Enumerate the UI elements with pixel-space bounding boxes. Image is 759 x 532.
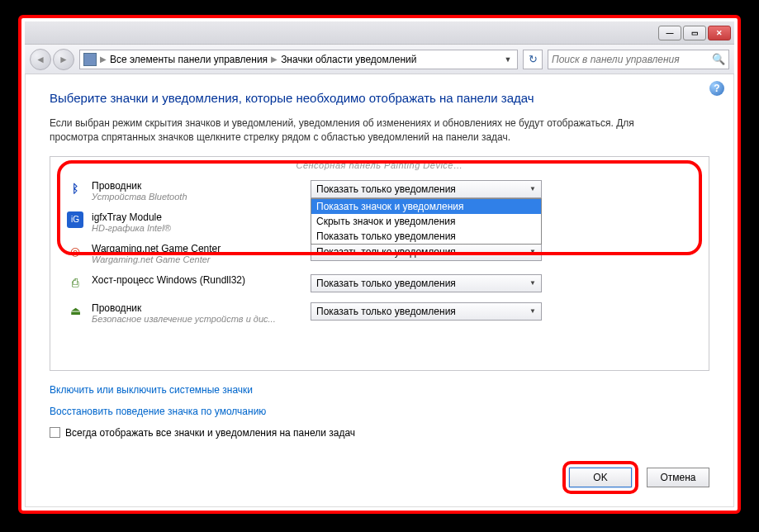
minimize-button[interactable]: — bbox=[658, 26, 681, 40]
item-subtitle: HD-графика Intel® bbox=[92, 223, 302, 233]
item-subtitle: Безопасное извлечение устройств и дис... bbox=[92, 314, 302, 324]
breadcrumb-item[interactable]: Все элементы панели управления bbox=[110, 54, 268, 65]
item-subtitle: Wargaming.net Game Center bbox=[92, 254, 302, 264]
dropdown-option[interactable]: Показать только уведомления bbox=[311, 229, 541, 244]
item-title: Wargaming.net Game Center bbox=[92, 243, 302, 254]
always-show-checkbox-row[interactable]: Всегда отображать все значки и уведомлен… bbox=[50, 427, 709, 439]
nav-bar: ◄ ► ▶ Все элементы панели управления ▶ З… bbox=[25, 45, 734, 74]
dropdown-option[interactable]: Скрыть значок и уведомления bbox=[311, 214, 541, 229]
search-icon: 🔍 bbox=[712, 53, 725, 66]
bluetooth-icon: ᛒ bbox=[67, 180, 83, 197]
breadcrumb-item[interactable]: Значки области уведомлений bbox=[281, 54, 416, 65]
maximize-button[interactable]: ▭ bbox=[683, 26, 706, 40]
chevron-right-icon: ▶ bbox=[100, 55, 107, 64]
behavior-select[interactable]: Показать только уведомления bbox=[311, 180, 542, 198]
button-bar: OK Отмена bbox=[25, 453, 734, 507]
ok-button[interactable]: OK bbox=[569, 468, 632, 487]
close-button[interactable]: ✕ bbox=[708, 26, 731, 40]
system-icons-link[interactable]: Включить или выключить системные значки bbox=[50, 384, 709, 396]
behavior-dropdown: Показать значок и уведомления Скрыть зна… bbox=[311, 198, 542, 245]
annotation-highlight: OK bbox=[562, 461, 638, 494]
cancel-button[interactable]: Отмена bbox=[647, 468, 709, 487]
forward-button[interactable]: ► bbox=[53, 49, 74, 70]
behavior-select[interactable]: Показать только уведомления bbox=[311, 274, 542, 292]
intel-icon: iG bbox=[67, 211, 83, 228]
item-title: igfxTray Module bbox=[92, 211, 302, 223]
back-button[interactable]: ◄ bbox=[30, 49, 51, 70]
list-item: ⎙ Хост-процесс Windows (Rundll32) Показа… bbox=[67, 269, 692, 297]
window-frame: — ▭ ✕ ◄ ► ▶ Все элементы панели управлен… bbox=[25, 21, 734, 507]
refresh-button[interactable]: ↻ bbox=[523, 50, 543, 69]
titlebar: — ▭ ✕ bbox=[25, 21, 734, 45]
control-panel-icon bbox=[83, 53, 97, 66]
wargaming-icon: ◎ bbox=[67, 243, 83, 259]
item-subtitle: Устройства Bluetooth bbox=[92, 192, 302, 202]
behavior-select[interactable]: Показать только уведомления bbox=[311, 302, 542, 321]
checkbox-label: Всегда отображать все значки и уведомлен… bbox=[65, 427, 355, 439]
breadcrumb-dropdown-icon[interactable]: ▼ bbox=[502, 55, 514, 64]
page-description: Если выбран режим скрытия значков и увед… bbox=[50, 116, 644, 145]
usb-eject-icon: ⏏ bbox=[67, 302, 83, 319]
dropdown-option[interactable]: Показать значок и уведомления bbox=[311, 199, 541, 214]
behavior-select[interactable]: Показать только уведомления bbox=[311, 243, 542, 261]
truncated-row-hint: Сенсорная панель Painting Device… bbox=[67, 160, 692, 170]
list-item: ⏏ Проводник Безопасное извлечение устрой… bbox=[67, 297, 692, 329]
page-title: Выберите значки и уведомления, которые н… bbox=[50, 91, 709, 105]
device-icon: ⎙ bbox=[67, 274, 83, 291]
list-item: ᛒ Проводник Устройства Bluetooth Показат… bbox=[67, 175, 692, 207]
search-box[interactable]: 🔍 bbox=[548, 50, 729, 69]
breadcrumb[interactable]: ▶ Все элементы панели управления ▶ Значк… bbox=[79, 50, 518, 69]
icon-list-frame: Сенсорная панель Painting Device… ᛒ Пров… bbox=[50, 156, 709, 371]
chevron-right-icon: ▶ bbox=[271, 55, 278, 64]
search-input[interactable] bbox=[552, 54, 712, 65]
restore-defaults-link[interactable]: Восстановить поведение значка по умолчан… bbox=[50, 406, 709, 417]
content-area: ? Выберите значки и уведомления, которые… bbox=[25, 74, 734, 453]
item-title: Проводник bbox=[92, 302, 302, 314]
help-icon[interactable]: ? bbox=[709, 81, 724, 96]
item-title: Хост-процесс Windows (Rundll32) bbox=[92, 274, 302, 286]
item-title: Проводник bbox=[92, 180, 302, 192]
checkbox-icon[interactable] bbox=[50, 427, 60, 438]
